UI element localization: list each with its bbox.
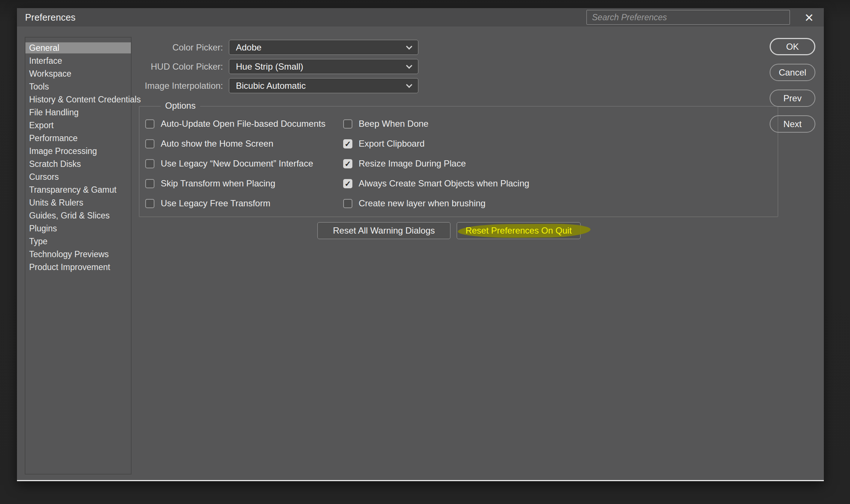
chevron-down-icon [406, 81, 412, 88]
close-icon[interactable]: ✕ [801, 11, 817, 25]
hud-color-picker-label: HUD Color Picker: [17, 62, 223, 72]
checkbox-label: Always Create Smart Objects when Placing [359, 178, 529, 189]
search-input[interactable] [586, 10, 790, 25]
prev-button[interactable]: Prev [770, 90, 815, 107]
sidebar-item-export[interactable]: Export [25, 120, 131, 131]
hud-color-picker-select[interactable]: Hue Strip (Small) [229, 59, 418, 74]
checkbox-icon[interactable]: ✓ [343, 159, 352, 168]
preferences-sidebar: General Interface Workspace Tools Histor… [25, 37, 132, 475]
sidebar-item-file-handling[interactable]: File Handling [25, 107, 131, 118]
options-group: Options ✓ Auto-Update Open File-based Do… [139, 106, 778, 217]
chevron-down-icon [406, 43, 412, 49]
image-interpolation-value: Bicubic Automatic [236, 81, 306, 91]
reset-preferences-on-quit-label: Reset Preferences On Quit [466, 225, 572, 236]
reset-buttons-row: Reset All Warning Dialogs Reset Preferen… [317, 222, 581, 239]
checkbox-icon[interactable]: ✓ [145, 119, 154, 129]
desktop-background: Preferences ✕ General Interface Workspac… [0, 0, 850, 504]
sidebar-item-history-content-credentials[interactable]: History & Content Credentials [25, 94, 131, 105]
checkbox-legacy-free-transform[interactable]: ✓ Use Legacy Free Transform [145, 193, 325, 213]
checkbox-label: Resize Image During Place [359, 158, 466, 169]
checkbox-icon[interactable]: ✓ [145, 199, 154, 208]
sidebar-item-transparency-gamut[interactable]: Transparency & Gamut [25, 184, 131, 195]
reset-all-warning-dialogs-button[interactable]: Reset All Warning Dialogs [317, 222, 450, 239]
checkbox-icon[interactable]: ✓ [343, 179, 352, 188]
cancel-button[interactable]: Cancel [770, 64, 815, 81]
sidebar-item-units-rulers[interactable]: Units & Rulers [25, 197, 131, 208]
image-interpolation-select[interactable]: Bicubic Automatic [229, 78, 418, 93]
checkbox-label: Use Legacy “New Document” Interface [161, 158, 313, 169]
sidebar-item-performance[interactable]: Performance [25, 133, 131, 144]
checkbox-label: Create new layer when brushing [359, 198, 485, 209]
dialog-action-buttons: OK Cancel Prev Next [770, 38, 815, 133]
check-icon: ✓ [345, 160, 351, 168]
sidebar-item-cursors[interactable]: Cursors [25, 171, 131, 182]
checkbox-label: Beep When Done [359, 119, 428, 129]
checkbox-skip-transform-when-placing[interactable]: ✓ Skip Transform when Placing [145, 174, 325, 193]
checkbox-beep-when-done[interactable]: ✓ Beep When Done [343, 114, 529, 134]
color-picker-label: Color Picker: [17, 42, 223, 53]
reset-preferences-on-quit-button[interactable]: Reset Preferences On Quit [457, 222, 581, 239]
checkbox-icon[interactable]: ✓ [343, 139, 352, 148]
sidebar-item-product-improvement[interactable]: Product Improvement [25, 262, 131, 273]
preferences-dialog: Preferences ✕ General Interface Workspac… [17, 8, 824, 481]
sidebar-item-plugins[interactable]: Plugins [25, 223, 131, 234]
checkbox-label: Skip Transform when Placing [161, 178, 275, 189]
options-right-column: ✓ Beep When Done ✓ Export Clipboard ✓ Re… [343, 106, 529, 213]
reset-all-warning-dialogs-label: Reset All Warning Dialogs [333, 225, 435, 236]
color-picker-select[interactable]: Adobe [229, 40, 418, 55]
next-button[interactable]: Next [770, 115, 815, 133]
checkbox-auto-show-home-screen[interactable]: ✓ Auto show the Home Screen [145, 134, 325, 154]
sidebar-item-type[interactable]: Type [25, 236, 131, 247]
checkbox-auto-update-open-documents[interactable]: ✓ Auto-Update Open File-based Documents [145, 114, 325, 134]
checkbox-icon[interactable]: ✓ [343, 119, 352, 129]
checkbox-export-clipboard[interactable]: ✓ Export Clipboard [343, 134, 529, 154]
chevron-down-icon [406, 62, 412, 69]
checkbox-icon[interactable]: ✓ [145, 159, 154, 168]
checkbox-label: Auto-Update Open File-based Documents [161, 119, 325, 129]
image-interpolation-row: Image Interpolation: Bicubic Automatic [17, 78, 418, 93]
check-icon: ✓ [345, 180, 351, 188]
checkbox-icon[interactable]: ✓ [145, 139, 154, 148]
dialog-titlebar: Preferences ✕ [17, 8, 824, 27]
hud-color-picker-value: Hue Strip (Small) [236, 62, 303, 72]
checkbox-resize-image-during-place[interactable]: ✓ Resize Image During Place [343, 154, 529, 174]
hud-color-picker-row: HUD Color Picker: Hue Strip (Small) [17, 59, 418, 74]
dialog-title: Preferences [25, 8, 76, 27]
color-picker-value: Adobe [236, 42, 261, 53]
checkbox-legacy-new-document[interactable]: ✓ Use Legacy “New Document” Interface [145, 154, 325, 174]
checkbox-create-new-layer-when-brushing[interactable]: ✓ Create new layer when brushing [343, 193, 529, 213]
checkbox-label: Export Clipboard [359, 139, 425, 149]
options-left-column: ✓ Auto-Update Open File-based Documents … [145, 106, 325, 213]
checkbox-label: Auto show the Home Screen [161, 139, 274, 149]
checkbox-icon[interactable]: ✓ [145, 179, 154, 188]
sidebar-item-scratch-disks[interactable]: Scratch Disks [25, 158, 131, 169]
checkbox-label: Use Legacy Free Transform [161, 198, 270, 209]
checkbox-icon[interactable]: ✓ [343, 199, 352, 208]
sidebar-item-image-processing[interactable]: Image Processing [25, 146, 131, 157]
color-picker-row: Color Picker: Adobe [17, 40, 418, 55]
ok-button[interactable]: OK [770, 38, 815, 55]
sidebar-item-guides-grid-slices[interactable]: Guides, Grid & Slices [25, 210, 131, 221]
check-icon: ✓ [345, 140, 351, 148]
image-interpolation-label: Image Interpolation: [17, 81, 223, 91]
checkbox-always-create-smart-objects[interactable]: ✓ Always Create Smart Objects when Placi… [343, 174, 529, 193]
sidebar-item-technology-previews[interactable]: Technology Previews [25, 249, 131, 260]
